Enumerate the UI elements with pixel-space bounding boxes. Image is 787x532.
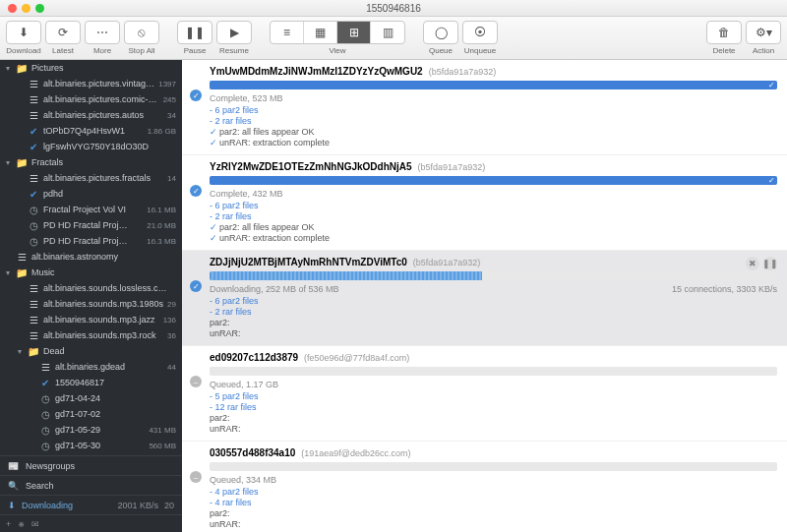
download-list: ✓YmUwMDdmMzJiNWJmMzI1ZDYzYzQwMGU2(b5fda9… bbox=[182, 60, 787, 532]
Delete-button[interactable]: 🗑 bbox=[707, 22, 741, 43]
sidebar-item[interactable]: ▾📁Pictures bbox=[0, 60, 182, 76]
item-hash: (191aea9f@dedb26cc.com) bbox=[301, 448, 410, 458]
sidebar-item-label: alt.binaries.pictures.vintage… bbox=[43, 79, 154, 89]
view-mode-button[interactable]: ⊞ bbox=[337, 22, 371, 43]
Queue-button[interactable]: ◯ bbox=[424, 22, 457, 43]
sidebar-item[interactable]: ✔tOPbD7Q4p4HsvW11.86 GB bbox=[0, 123, 182, 139]
sidebar-section-search[interactable]: 🔍Search bbox=[0, 475, 182, 495]
file-line[interactable]: - 2 rar files bbox=[210, 211, 777, 221]
sidebar-item[interactable]: ◷gd71-07-02 bbox=[0, 406, 182, 422]
sidebar-item[interactable]: ▾📁Dead bbox=[0, 343, 182, 359]
sidebar-item-meta: 1397 bbox=[158, 80, 176, 89]
sidebar-item[interactable]: ✔1550946817 bbox=[0, 375, 182, 390]
sidebar-item-label: PD HD Fractal Proj… bbox=[43, 236, 143, 246]
sidebar-item[interactable]: ◷PD HD Fractal Proj…21.0 MB bbox=[0, 217, 182, 233]
file-line[interactable]: - 2 rar files bbox=[210, 116, 777, 126]
sidebar-section-newsgroups[interactable]: 📰Newsgroups bbox=[0, 455, 182, 475]
file-line[interactable]: - 2 rar files bbox=[210, 307, 777, 317]
file-line[interactable]: - 6 par2 files bbox=[210, 105, 777, 115]
download-item[interactable]: ✓✖❚❚ZDJjNjU2MTBjMTAyNmRhNTVmZDViMTc0(b5f… bbox=[182, 251, 787, 346]
Stop All-button[interactable]: ⦸ bbox=[125, 22, 158, 43]
status-badge: ✓ bbox=[190, 185, 202, 197]
download-status[interactable]: ⬇ Downloading 2001 KB/s 20 bbox=[0, 495, 182, 514]
sidebar-item[interactable]: ☰alt.binaries.sounds.mp3.1980s29 bbox=[0, 296, 182, 312]
download-item[interactable]: ✓YmUwMDdmMzJiNWJmMzI1ZDYzYzQwMGU2(b5fda9… bbox=[182, 60, 787, 155]
disclosure-icon[interactable]: ▾ bbox=[16, 347, 24, 356]
sidebar-item[interactable]: ☰alt.binaries.pictures.autos34 bbox=[0, 107, 182, 123]
cancel-button[interactable]: ✖ bbox=[746, 257, 759, 270]
download-item[interactable]: –030557d488f34a10(191aea9f@dedb26cc.com)… bbox=[182, 442, 787, 532]
Stop All-icon: ⦸ bbox=[138, 27, 146, 38]
view-mode-button[interactable]: ≡ bbox=[271, 22, 304, 43]
item-name: ed09207c112d3879 bbox=[210, 352, 298, 363]
sidebar-item[interactable]: ☰alt.binaries.sounds.lossless.c… bbox=[0, 280, 182, 296]
sidebar-footer: +⎈✉ bbox=[0, 514, 182, 532]
download-item[interactable]: ✓YzRlY2MwZDE1OTEzZmNhNGJkODdhNjA5(b5fda9… bbox=[182, 155, 787, 251]
file-line[interactable]: - 5 par2 files bbox=[210, 391, 777, 401]
footer-button[interactable]: + bbox=[6, 519, 11, 529]
proc-text: par2: bbox=[210, 508, 230, 518]
sidebar-item[interactable]: ◷gd71-05-30560 MB bbox=[0, 438, 182, 453]
file-line[interactable]: - 4 rar files bbox=[210, 498, 777, 507]
view-segmented[interactable]: ≡▦⊞▥ bbox=[270, 21, 405, 44]
footer-button[interactable]: ⎈ bbox=[19, 519, 24, 529]
Pause-icon: ❚❚ bbox=[185, 27, 205, 38]
sidebar-item[interactable]: ☰alt.binaries.sounds.mp3.jazz136 bbox=[0, 312, 182, 327]
source-list[interactable]: ▾📁Pictures☰alt.binaries.pictures.vintage… bbox=[0, 60, 182, 455]
footer-button[interactable]: ✉ bbox=[31, 519, 39, 529]
sidebar-item[interactable]: ☰alt.binaries.pictures.comic-st…245 bbox=[0, 91, 182, 107]
file-icon: ☰ bbox=[28, 173, 39, 184]
file-icon: ☰ bbox=[28, 110, 39, 121]
status-badge: ✓ bbox=[190, 89, 202, 101]
status-badge: ✓ bbox=[190, 280, 202, 292]
sidebar-item[interactable]: ▾📁Music bbox=[0, 265, 182, 280]
item-hash: (b5fda91a7a932) bbox=[429, 67, 497, 77]
sidebar-item[interactable]: ◷gd71-04-24 bbox=[0, 390, 182, 406]
toolbar-label: Stop All bbox=[128, 46, 154, 55]
Action-button[interactable]: ⚙▾ bbox=[747, 22, 780, 43]
Latest-button[interactable]: ⟳ bbox=[46, 22, 80, 43]
file-line[interactable]: - 6 par2 files bbox=[210, 296, 777, 306]
section-label: Newsgroups bbox=[26, 461, 75, 471]
Unqueue-button[interactable]: ⦿ bbox=[463, 22, 497, 43]
sidebar-item[interactable]: ☰alt.binaries.astronomy bbox=[0, 249, 182, 265]
sidebar-item[interactable]: ☰alt.binaries.sounds.mp3.rock36 bbox=[0, 327, 182, 343]
view-mode-button[interactable]: ▥ bbox=[371, 22, 404, 43]
item-name: YmUwMDdmMzJiNWJmMzI1ZDYzYzQwMGU2 bbox=[210, 66, 423, 77]
sidebar-item[interactable]: ☰alt.binaries.pictures.fractals14 bbox=[0, 170, 182, 186]
download-item[interactable]: –ed09207c112d3879(fe50e96d@77fd8a4f.com)… bbox=[182, 346, 787, 442]
file-line[interactable]: - 4 par2 files bbox=[210, 487, 777, 497]
disclosure-icon[interactable]: ▾ bbox=[4, 64, 12, 73]
disclosure-icon[interactable]: ▾ bbox=[4, 158, 12, 167]
pause-button[interactable]: ❚❚ bbox=[763, 257, 777, 270]
sidebar-item[interactable]: ☰alt.binaries.pictures.vintage…1397 bbox=[0, 76, 182, 91]
sidebar-item[interactable]: ✔pdhd bbox=[0, 186, 182, 202]
file-icon: ☰ bbox=[28, 283, 39, 294]
clock-icon: ◷ bbox=[28, 220, 39, 231]
sidebar-item[interactable]: ✔lgFswhVYG750Y18dO30D bbox=[0, 139, 182, 154]
Pause-button[interactable]: ❚❚ bbox=[178, 22, 212, 43]
Download-button[interactable]: ⬇ bbox=[7, 22, 40, 43]
sidebar-item-label: Fractals bbox=[31, 157, 172, 167]
Resume-button[interactable]: ▶ bbox=[217, 22, 251, 43]
sidebar-item[interactable]: ☰alt.binaries.gdead44 bbox=[0, 359, 182, 375]
More-button[interactable]: ⋯ bbox=[86, 22, 119, 43]
sidebar-item-meta: 44 bbox=[167, 363, 176, 372]
view-mode-button[interactable]: ▦ bbox=[304, 22, 337, 43]
file-line[interactable]: - 12 rar files bbox=[210, 402, 777, 412]
sidebar-item[interactable]: ◷gd71-05-29431 MB bbox=[0, 422, 182, 438]
file-line[interactable]: - 6 par2 files bbox=[210, 201, 777, 210]
sidebar-item-label: alt.binaries.sounds.mp3.1980s bbox=[43, 299, 163, 309]
sidebar-item[interactable]: ◷Fractal Project Vol VI16.1 MB bbox=[0, 202, 182, 217]
proc-text: unRAR: extraction complete bbox=[219, 138, 330, 148]
titlebar: 1550946816 bbox=[0, 0, 787, 17]
proc-text: unRAR: bbox=[210, 328, 241, 338]
sidebar-item[interactable]: ▾📁Fractals bbox=[0, 154, 182, 170]
sidebar: ▾📁Pictures☰alt.binaries.pictures.vintage… bbox=[0, 60, 182, 532]
item-hash: (b5fda91a7a932) bbox=[413, 258, 481, 267]
view-label: View bbox=[329, 46, 345, 55]
disclosure-icon[interactable]: ▾ bbox=[4, 268, 12, 277]
toolbar-label: Pause bbox=[184, 46, 207, 55]
sidebar-item[interactable]: ◷PD HD Fractal Proj…16.3 MB bbox=[0, 233, 182, 249]
Delete-icon: 🗑 bbox=[718, 27, 730, 38]
